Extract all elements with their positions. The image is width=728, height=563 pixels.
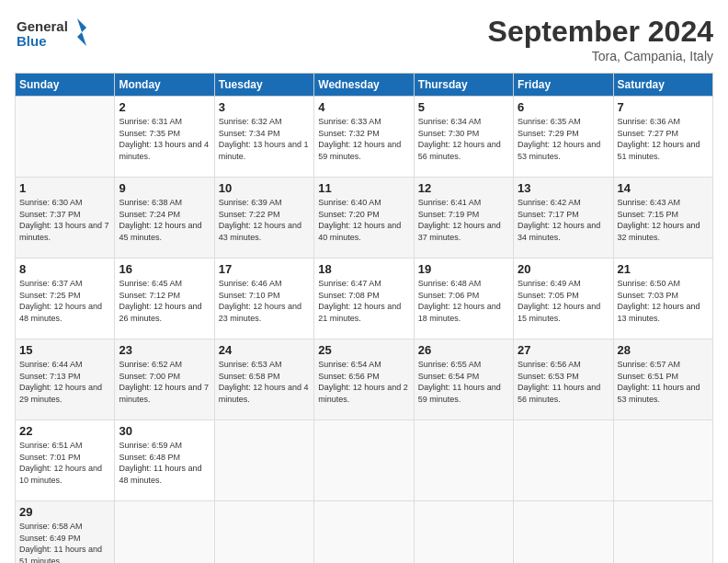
day-info: Sunrise: 6:47 AMSunset: 7:08 PMDaylight:… <box>318 278 409 324</box>
day-info: Sunrise: 6:38 AMSunset: 7:24 PMDaylight:… <box>119 197 210 243</box>
day-number: 6 <box>518 100 609 114</box>
table-row: 2Sunrise: 6:31 AMSunset: 7:35 PMDaylight… <box>115 97 214 178</box>
col-friday: Friday <box>514 74 613 97</box>
col-thursday: Thursday <box>414 74 513 97</box>
table-row <box>115 501 214 564</box>
day-number: 8 <box>19 262 110 276</box>
day-number: 18 <box>318 262 409 276</box>
location: Tora, Campania, Italy <box>488 49 713 63</box>
day-number: 15 <box>19 343 110 357</box>
day-number: 10 <box>219 181 310 195</box>
day-info: Sunrise: 6:53 AMSunset: 6:58 PMDaylight:… <box>219 359 310 405</box>
day-info: Sunrise: 6:36 AMSunset: 7:27 PMDaylight:… <box>618 116 709 162</box>
day-number: 25 <box>318 343 409 357</box>
table-row <box>514 420 613 501</box>
day-info: Sunrise: 6:39 AMSunset: 7:22 PMDaylight:… <box>219 197 310 243</box>
table-row: 19Sunrise: 6:48 AMSunset: 7:06 PMDayligh… <box>414 259 513 339</box>
day-number: 2 <box>119 100 210 114</box>
col-wednesday: Wednesday <box>314 74 414 97</box>
table-row: 20Sunrise: 6:49 AMSunset: 7:05 PMDayligh… <box>514 259 613 339</box>
day-number: 26 <box>418 343 509 357</box>
day-info: Sunrise: 6:42 AMSunset: 7:17 PMDaylight:… <box>518 197 609 243</box>
day-info: Sunrise: 6:30 AMSunset: 7:37 PMDaylight:… <box>19 197 110 243</box>
header: GeneralBlue September 2024 Tora, Campani… <box>15 15 713 63</box>
calendar-week-row: 15Sunrise: 6:44 AMSunset: 7:13 PMDayligh… <box>16 339 713 420</box>
day-number: 12 <box>418 181 509 195</box>
table-row <box>414 501 513 564</box>
day-number: 24 <box>219 343 310 357</box>
day-info: Sunrise: 6:51 AMSunset: 7:01 PMDaylight:… <box>19 440 110 486</box>
table-row: 14Sunrise: 6:43 AMSunset: 7:15 PMDayligh… <box>613 178 712 259</box>
calendar-table: Sunday Monday Tuesday Wednesday Thursday… <box>15 73 713 563</box>
table-row <box>613 420 712 501</box>
svg-text:General: General <box>17 18 68 34</box>
table-row: 17Sunrise: 6:46 AMSunset: 7:10 PMDayligh… <box>214 259 313 339</box>
table-row: 4Sunrise: 6:33 AMSunset: 7:32 PMDaylight… <box>314 97 414 178</box>
day-info: Sunrise: 6:40 AMSunset: 7:20 PMDaylight:… <box>318 197 409 243</box>
table-row: 26Sunrise: 6:55 AMSunset: 6:54 PMDayligh… <box>414 339 513 420</box>
day-number: 9 <box>119 181 210 195</box>
month-title: September 2024 <box>488 15 713 49</box>
table-row: 10Sunrise: 6:39 AMSunset: 7:22 PMDayligh… <box>214 178 313 259</box>
table-row: 11Sunrise: 6:40 AMSunset: 7:20 PMDayligh… <box>314 178 414 259</box>
day-info: Sunrise: 6:57 AMSunset: 6:51 PMDaylight:… <box>618 359 709 405</box>
day-number: 29 <box>19 505 110 519</box>
svg-marker-2 <box>77 18 86 46</box>
table-row <box>314 420 414 501</box>
col-tuesday: Tuesday <box>214 74 313 97</box>
day-number: 4 <box>318 100 409 114</box>
day-number: 17 <box>219 262 310 276</box>
title-block: September 2024 Tora, Campania, Italy <box>488 15 713 63</box>
day-info: Sunrise: 6:41 AMSunset: 7:19 PMDaylight:… <box>418 197 509 243</box>
table-row <box>214 420 313 501</box>
col-sunday: Sunday <box>16 74 115 97</box>
table-row: 7Sunrise: 6:36 AMSunset: 7:27 PMDaylight… <box>613 97 712 178</box>
table-row: 18Sunrise: 6:47 AMSunset: 7:08 PMDayligh… <box>314 259 414 339</box>
day-info: Sunrise: 6:58 AMSunset: 6:49 PMDaylight:… <box>19 521 110 563</box>
calendar-week-row: 2Sunrise: 6:31 AMSunset: 7:35 PMDaylight… <box>16 97 713 178</box>
logo-icon: GeneralBlue <box>15 15 88 52</box>
day-number: 23 <box>119 343 210 357</box>
day-info: Sunrise: 6:48 AMSunset: 7:06 PMDaylight:… <box>418 278 509 324</box>
table-row: 13Sunrise: 6:42 AMSunset: 7:17 PMDayligh… <box>514 178 613 259</box>
table-row: 28Sunrise: 6:57 AMSunset: 6:51 PMDayligh… <box>613 339 712 420</box>
calendar-week-row: 1Sunrise: 6:30 AMSunset: 7:37 PMDaylight… <box>16 178 713 259</box>
day-info: Sunrise: 6:54 AMSunset: 6:56 PMDaylight:… <box>318 359 409 405</box>
table-row: 23Sunrise: 6:52 AMSunset: 7:00 PMDayligh… <box>115 339 214 420</box>
table-row <box>214 501 313 564</box>
calendar-week-row: 22Sunrise: 6:51 AMSunset: 7:01 PMDayligh… <box>16 420 713 501</box>
day-info: Sunrise: 6:32 AMSunset: 7:34 PMDaylight:… <box>219 116 310 162</box>
day-number: 13 <box>518 181 609 195</box>
day-number: 14 <box>618 181 709 195</box>
table-row: 21Sunrise: 6:50 AMSunset: 7:03 PMDayligh… <box>613 259 712 339</box>
table-row: 6Sunrise: 6:35 AMSunset: 7:29 PMDaylight… <box>514 97 613 178</box>
table-row: 27Sunrise: 6:56 AMSunset: 6:53 PMDayligh… <box>514 339 613 420</box>
day-info: Sunrise: 6:31 AMSunset: 7:35 PMDaylight:… <box>119 116 210 162</box>
table-row <box>314 501 414 564</box>
table-row <box>514 501 613 564</box>
day-info: Sunrise: 6:46 AMSunset: 7:10 PMDaylight:… <box>219 278 310 324</box>
day-info: Sunrise: 6:52 AMSunset: 7:00 PMDaylight:… <box>119 359 210 405</box>
day-number: 30 <box>119 424 210 438</box>
day-info: Sunrise: 6:34 AMSunset: 7:30 PMDaylight:… <box>418 116 509 162</box>
table-row: 24Sunrise: 6:53 AMSunset: 6:58 PMDayligh… <box>214 339 313 420</box>
col-monday: Monday <box>115 74 214 97</box>
table-row: 8Sunrise: 6:37 AMSunset: 7:25 PMDaylight… <box>16 259 115 339</box>
day-number: 20 <box>518 262 609 276</box>
day-info: Sunrise: 6:45 AMSunset: 7:12 PMDaylight:… <box>119 278 210 324</box>
col-saturday: Saturday <box>613 74 712 97</box>
table-row <box>414 420 513 501</box>
day-number: 7 <box>618 100 709 114</box>
day-number: 27 <box>518 343 609 357</box>
table-row: 22Sunrise: 6:51 AMSunset: 7:01 PMDayligh… <box>16 420 115 501</box>
table-row <box>613 501 712 564</box>
table-row: 30Sunrise: 6:59 AMSunset: 6:48 PMDayligh… <box>115 420 214 501</box>
table-row: 29Sunrise: 6:58 AMSunset: 6:49 PMDayligh… <box>16 501 115 564</box>
page: GeneralBlue September 2024 Tora, Campani… <box>0 0 728 563</box>
day-info: Sunrise: 6:59 AMSunset: 6:48 PMDaylight:… <box>119 440 210 486</box>
day-number: 11 <box>318 181 409 195</box>
day-number: 1 <box>19 181 110 195</box>
table-row: 5Sunrise: 6:34 AMSunset: 7:30 PMDaylight… <box>414 97 513 178</box>
table-row: 9Sunrise: 6:38 AMSunset: 7:24 PMDaylight… <box>115 178 214 259</box>
table-row: 25Sunrise: 6:54 AMSunset: 6:56 PMDayligh… <box>314 339 414 420</box>
